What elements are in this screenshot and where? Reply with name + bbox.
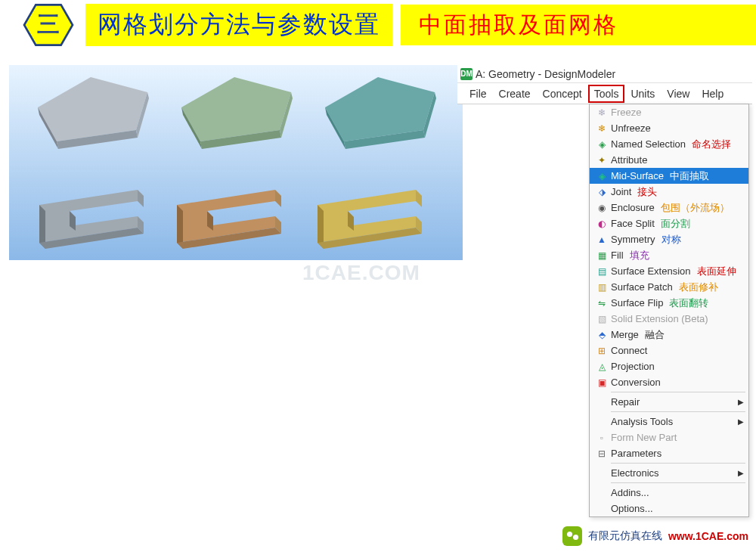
- svg-marker-16: [138, 190, 144, 207]
- shape-cblock-yellow: [310, 182, 438, 254]
- menu-item-label: Surface Patch: [611, 281, 673, 293]
- menu-item-label: Freeze: [611, 107, 641, 118]
- menu-item-named-selection[interactable]: ◈Named Selection命名选择: [590, 136, 748, 152]
- menu-item-addins[interactable]: Addins...: [590, 485, 748, 501]
- submenu-arrow-icon: ▶: [738, 417, 744, 426]
- menu-item-icon: ◐: [593, 219, 611, 229]
- menu-item-icon: ▣: [593, 377, 611, 388]
- menu-item-analysis-tools[interactable]: Analysis Tools▶: [590, 414, 748, 430]
- menu-item-annotation: 命名选择: [692, 138, 731, 151]
- menu-item-electronics[interactable]: Electronics▶: [590, 465, 748, 481]
- menu-tools[interactable]: Tools: [588, 85, 625, 103]
- menu-item-joint[interactable]: ⬗Joint接头: [590, 184, 748, 200]
- slide-subtitle: 中面抽取及面网格: [419, 10, 618, 41]
- menu-item-fill[interactable]: ▦Fill填充: [590, 247, 748, 263]
- menu-separator: [611, 411, 745, 412]
- menu-item-attribute[interactable]: ✦Attribute: [590, 152, 748, 168]
- menu-item-annotation: 中面抽取: [670, 169, 709, 183]
- menu-item-label: Analysis Tools: [611, 416, 673, 427]
- menu-item-label: Parameters: [611, 448, 662, 459]
- menu-item-icon: ▥: [593, 282, 611, 293]
- shape-cblock-gray: [32, 182, 160, 254]
- menu-separator: [611, 463, 745, 464]
- menu-item-label: Mid-Surface: [611, 170, 664, 181]
- badge-number: 三: [37, 9, 60, 40]
- menu-item-label: Enclosure: [611, 202, 655, 213]
- menu-create[interactable]: Create: [493, 85, 537, 103]
- menu-item-repair[interactable]: Repair▶: [590, 394, 748, 410]
- window-title: A: Geometry - DesignModeler: [476, 68, 615, 80]
- menu-item-face-split[interactable]: ◐Face Split面分割: [590, 216, 748, 231]
- menu-item-label: Surface Extension: [611, 265, 691, 277]
- menu-item-label: Unfreeze: [611, 122, 651, 134]
- menu-item-label: Addins...: [611, 487, 649, 498]
- shape-cblock-brown: [169, 182, 298, 254]
- menu-item-annotation: 表面修补: [679, 281, 718, 294]
- menu-item-label: Joint: [611, 186, 631, 197]
- menu-item-symmetry[interactable]: ▲Symmetry对称: [590, 231, 748, 247]
- menu-item-conversion[interactable]: ▣Conversion: [590, 374, 748, 390]
- tools-dropdown: ❄Freeze❄Unfreeze◈Named Selection命名选择✦Att…: [589, 104, 749, 517]
- menu-item-form-new-part: ▫Form New Part: [590, 430, 748, 445]
- menu-item-parameters[interactable]: ⊟Parameters: [590, 445, 748, 461]
- menu-item-label: Form New Part: [611, 432, 677, 443]
- menu-item-surface-flip[interactable]: ⇋Surface Flip表面翻转: [590, 295, 748, 311]
- menu-item-solid-extension-beta: ▧Solid Extension (Beta): [590, 311, 748, 327]
- title-box: 网格划分方法与参数设置: [85, 3, 393, 47]
- menu-item-annotation: 面分割: [661, 217, 690, 231]
- menu-item-label: Solid Extension (Beta): [611, 313, 708, 324]
- menu-item-icon: ▦: [593, 250, 611, 261]
- menu-item-icon: ◉: [593, 203, 611, 213]
- menu-item-annotation: 对称: [662, 233, 681, 247]
- menu-concept[interactable]: Concept: [537, 85, 588, 103]
- shape-pentagon-gray: [23, 70, 159, 153]
- menu-item-label: Symmetry: [611, 234, 655, 245]
- menu-item-projection[interactable]: ◬Projection: [590, 358, 748, 374]
- menu-item-label: Projection: [611, 361, 655, 372]
- menu-item-annotation: 包围（外流场）: [661, 201, 730, 215]
- menu-item-label: Conversion: [611, 377, 661, 388]
- menu-item-label: Named Selection: [611, 138, 686, 150]
- menu-item-icon: ◈: [593, 139, 611, 150]
- footer-text-1: 有限元仿真在线: [588, 529, 662, 543]
- menu-view[interactable]: View: [661, 85, 696, 103]
- designmodeler-window: DM A: Geometry - DesignModeler File Crea…: [457, 65, 752, 104]
- menu-item-connect[interactable]: ⊞Connect: [590, 343, 748, 358]
- menu-file[interactable]: File: [463, 85, 493, 103]
- menu-item-icon: ⊟: [593, 448, 611, 459]
- menu-units[interactable]: Units: [624, 85, 661, 103]
- menu-item-icon: ❄: [593, 107, 611, 118]
- menu-item-label: Repair: [611, 396, 640, 408]
- submenu-arrow-icon: ▶: [738, 469, 744, 477]
- menu-separator: [611, 392, 745, 392]
- menu-item-annotation: 接头: [637, 185, 657, 199]
- menu-item-merge[interactable]: ⬘Merge融合: [590, 327, 748, 343]
- menu-item-freeze: ❄Freeze: [590, 104, 748, 120]
- submenu-arrow-icon: ▶: [738, 398, 744, 406]
- menu-item-icon: ⊞: [593, 346, 611, 356]
- menu-item-mid-surface[interactable]: ◈Mid-Surface中面抽取: [590, 168, 748, 184]
- svg-marker-22: [275, 190, 281, 207]
- menu-item-options[interactable]: Options...: [590, 501, 748, 516]
- menubar: File Create Concept Tools Units View Hel…: [457, 83, 752, 104]
- menu-separator: [611, 482, 745, 483]
- shape-pentagon-teal: [310, 70, 446, 153]
- menu-item-icon: ❄: [593, 123, 611, 134]
- menu-item-enclosure[interactable]: ◉Enclosure包围（外流场）: [590, 200, 748, 216]
- geometry-viewport[interactable]: [9, 65, 463, 260]
- menu-item-icon: ⇋: [593, 298, 611, 309]
- menu-item-icon: ▲: [593, 234, 611, 245]
- subtitle-box: 中面抽取及面网格: [401, 5, 756, 45]
- menu-item-annotation: 融合: [645, 328, 665, 342]
- menu-item-icon: ✦: [593, 155, 611, 166]
- wechat-icon: [562, 526, 582, 546]
- app-icon: DM: [460, 68, 472, 80]
- menu-item-surface-patch[interactable]: ▥Surface Patch表面修补: [590, 279, 748, 295]
- shape-pentagon-green: [166, 70, 302, 153]
- menu-item-surface-extension[interactable]: ▤Surface Extension表面延伸: [590, 263, 748, 279]
- menu-item-annotation: 表面翻转: [669, 296, 708, 310]
- menu-item-unfreeze[interactable]: ❄Unfreeze: [590, 120, 748, 136]
- menu-help[interactable]: Help: [696, 85, 730, 103]
- window-titlebar[interactable]: DM A: Geometry - DesignModeler: [457, 65, 752, 83]
- menu-item-label: Merge: [611, 329, 639, 340]
